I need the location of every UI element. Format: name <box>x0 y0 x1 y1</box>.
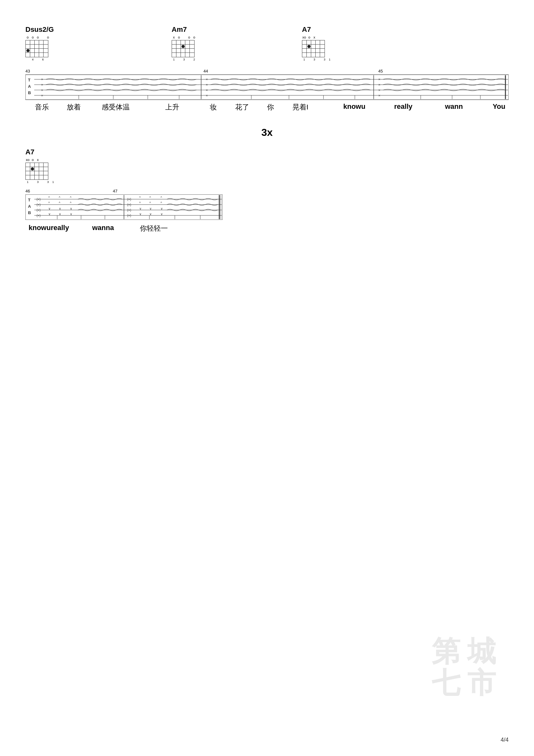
bar-num-47: 47 <box>113 189 117 194</box>
svg-text:×: × <box>378 83 380 87</box>
svg-text:^: ^ <box>48 202 50 205</box>
svg-text:∨: ∨ <box>161 207 163 210</box>
lyric-really: really <box>394 102 413 111</box>
chord-a7-top-grid <box>302 40 325 57</box>
lyric-ganshouti: 感受体温 <box>102 102 130 112</box>
svg-text:×: × <box>41 83 43 87</box>
chord-am7-fingers: 1 3 2 <box>172 58 196 61</box>
lyric-shangsheng: 上升 <box>165 102 179 112</box>
chord-dot <box>182 45 185 48</box>
chord-dsus2g-indicators: o o o o <box>25 35 50 40</box>
svg-text:(×): (×) <box>127 214 131 217</box>
svg-text:^: ^ <box>48 196 50 200</box>
svg-text:(×): (×) <box>37 208 41 212</box>
lyric-wann: wann <box>445 102 463 111</box>
chord-dot <box>307 45 311 48</box>
chord-row <box>172 49 194 53</box>
tab-container-2: 46 47 T A B (×) <box>25 189 222 235</box>
svg-text:×: × <box>206 77 208 81</box>
svg-text:^: ^ <box>161 196 162 200</box>
svg-text:∨: ∨ <box>139 207 141 210</box>
svg-text:∨: ∨ <box>70 207 72 210</box>
chord-a7-bottom: A7 xo o x <box>25 148 55 184</box>
chord-a7-top-name: A7 <box>302 25 311 34</box>
chord-row <box>302 40 324 44</box>
svg-text:∨: ∨ <box>149 212 152 216</box>
lyric-niqingqing: 你轻轻一 <box>140 224 168 233</box>
svg-text:×: × <box>206 94 208 97</box>
bar-num-45: 45 <box>378 69 383 73</box>
section-middle: A7 xo o x <box>25 148 509 235</box>
chord-row <box>26 53 48 57</box>
svg-text:∨: ∨ <box>161 212 163 216</box>
watermark-line2: 七 市 <box>432 667 496 699</box>
svg-text:^: ^ <box>139 202 141 205</box>
repeat-label: 3x <box>261 127 273 138</box>
svg-text:×: × <box>41 88 43 92</box>
svg-text:×: × <box>378 94 380 97</box>
svg-text:^: ^ <box>139 196 141 200</box>
svg-text:^: ^ <box>149 202 151 205</box>
chord-am7-name: Am7 <box>172 25 187 34</box>
chord-am7: Am7 x o o o <box>172 25 196 61</box>
svg-text:×: × <box>41 94 43 97</box>
page-number: 4/4 <box>501 737 509 743</box>
lyric-you: You <box>493 102 505 111</box>
lyric-yinyue: 音乐 <box>35 102 49 112</box>
chord-row <box>302 53 324 57</box>
chord-a7-top: A7 xo o x <box>302 25 332 61</box>
svg-text:^: ^ <box>149 196 151 200</box>
svg-text:(×): (×) <box>127 198 131 201</box>
svg-text:A: A <box>28 204 31 209</box>
lyric-knowureally: knowureally <box>29 224 69 232</box>
chord-a7-bottom-indicators: xo o x <box>25 157 40 162</box>
svg-text:∨: ∨ <box>59 212 61 216</box>
chord-row <box>26 44 48 49</box>
chord-row <box>26 49 48 53</box>
chord-a7-bottom-name: A7 <box>25 148 34 156</box>
lyric-fangzhe: 放着 <box>67 102 81 112</box>
svg-text:×: × <box>378 77 380 81</box>
svg-text:∨: ∨ <box>48 212 51 216</box>
svg-text:×: × <box>41 77 43 81</box>
tab-staff-2: T A B (×) (×) (×) (×) ^ <box>25 194 222 220</box>
svg-text:∨: ∨ <box>149 207 152 210</box>
chord-row <box>172 40 194 44</box>
chord-am7-grid <box>172 40 194 57</box>
svg-text:T: T <box>28 78 31 82</box>
svg-text:∨: ∨ <box>48 207 51 210</box>
svg-text:(×): (×) <box>37 214 41 217</box>
chord-am7-indicators: x o o o <box>172 35 196 40</box>
svg-text:(×): (×) <box>127 203 131 206</box>
lyric-ni: 你 <box>267 102 274 112</box>
svg-text:^: ^ <box>161 202 162 205</box>
svg-text:∨: ∨ <box>59 207 61 210</box>
chord-row <box>302 44 324 49</box>
chord-dsus2g-name: Dsus2/G <box>25 25 54 34</box>
lyrics-line-2: knowureally wanna 你轻轻一 <box>25 224 222 235</box>
page: Dsus2/G o o o o <box>0 0 534 756</box>
chord-dot <box>26 49 30 52</box>
chord-row <box>26 171 48 175</box>
chord-a7-bottom-grid <box>25 163 48 180</box>
svg-text:^: ^ <box>59 202 61 205</box>
svg-text:∨: ∨ <box>70 212 72 216</box>
chord-dot <box>31 167 34 171</box>
chord-row <box>26 167 48 171</box>
tab-staff-1: T A B × × × × <box>25 74 509 100</box>
svg-rect-0 <box>25 75 509 100</box>
lyric-hualo: 花了 <box>235 102 249 112</box>
svg-text:(×): (×) <box>127 208 131 212</box>
watermark-line1: 第 城 <box>432 636 496 667</box>
bar-num-46: 46 <box>25 189 30 194</box>
svg-text:×: × <box>206 88 208 92</box>
svg-text:A: A <box>28 84 31 89</box>
lyric-wanna: wanna <box>92 224 114 232</box>
chord-row <box>172 53 194 57</box>
svg-text:^: ^ <box>70 196 71 200</box>
chord-a7-bottom-fingers: 1 3 3 1 <box>25 180 55 184</box>
chord-row <box>26 163 48 167</box>
bar-num-43: 43 <box>25 69 30 73</box>
chord-dsus2g-fingers: 4 6 <box>25 58 50 61</box>
chord-dsus2g: Dsus2/G o o o o <box>25 25 54 61</box>
